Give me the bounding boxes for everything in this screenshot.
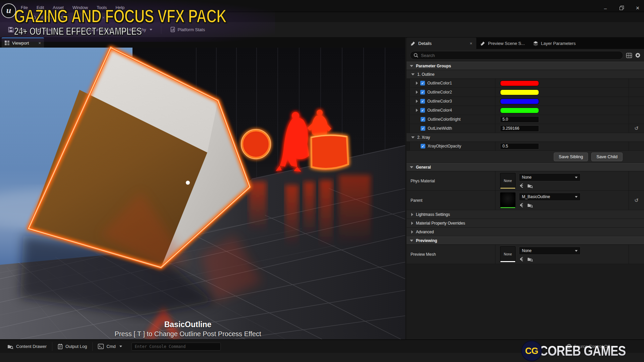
parameter-checkbox[interactable]: ✓ bbox=[421, 144, 425, 148]
reset-to-default-icon[interactable]: ↺ bbox=[634, 125, 639, 131]
parameter-row-xrayobjectopacity: ✓XrayObjectOpacity bbox=[407, 142, 644, 151]
expand-arrow-icon[interactable] bbox=[416, 100, 418, 103]
collapse-arrow-icon bbox=[411, 136, 415, 138]
parent-row: Parent M_BasicOutline ↺ bbox=[407, 191, 644, 210]
group-outline[interactable]: 1. Outline bbox=[407, 70, 644, 79]
group-xray[interactable]: 2. Xray bbox=[407, 133, 644, 142]
tab-details[interactable]: Details × bbox=[407, 38, 476, 49]
output-log-button[interactable]: Output Log bbox=[54, 340, 90, 353]
expand-arrow-icon[interactable] bbox=[416, 81, 418, 85]
expand-arrow-icon bbox=[411, 213, 413, 216]
parameter-checkbox[interactable]: ✓ bbox=[420, 90, 425, 95]
settings-gear-icon[interactable] bbox=[635, 53, 641, 58]
section-parameter-groups[interactable]: Parameter Groups bbox=[407, 62, 644, 70]
use-selected-asset-icon[interactable] bbox=[519, 256, 524, 262]
browse-to-asset-icon[interactable] bbox=[527, 257, 533, 262]
phys-material-dropdown[interactable]: None bbox=[519, 173, 581, 181]
console-command-box[interactable] bbox=[131, 343, 221, 351]
parameter-checkbox[interactable]: ✓ bbox=[421, 117, 425, 122]
expand-arrow-icon[interactable] bbox=[416, 90, 418, 94]
minimize-button[interactable]: – bbox=[602, 5, 609, 11]
thumbnail-underline bbox=[500, 261, 515, 262]
viewport-grid-icon bbox=[5, 41, 9, 45]
content-drawer-label: Content Drawer bbox=[16, 344, 47, 349]
parent-dropdown[interactable]: M_BasicOutline bbox=[519, 193, 581, 201]
color-swatch[interactable] bbox=[500, 108, 539, 113]
console-command-input[interactable] bbox=[135, 344, 217, 349]
color-swatch[interactable] bbox=[500, 99, 539, 104]
browse-to-asset-icon[interactable] bbox=[527, 183, 533, 188]
display-filter-icon[interactable] bbox=[626, 53, 632, 58]
platform-stats-button[interactable]: Platform Stats bbox=[167, 25, 209, 35]
search-box[interactable] bbox=[410, 51, 623, 60]
reset-cell bbox=[629, 142, 644, 150]
chevron-down-icon bbox=[150, 29, 152, 31]
phys-material-label: Phys Material bbox=[411, 179, 435, 183]
cmd-selector[interactable]: Cmd bbox=[95, 340, 125, 353]
color-swatch[interactable] bbox=[500, 80, 539, 86]
save-sibling-button[interactable]: Save Sibling bbox=[554, 153, 588, 161]
section-label: General bbox=[416, 165, 431, 170]
save-child-button[interactable]: Save Child bbox=[591, 153, 623, 161]
row-rail bbox=[407, 106, 410, 115]
viewport-tab-bar: Viewport × bbox=[0, 38, 405, 48]
unreal-logo-glyph: u bbox=[6, 5, 11, 15]
reset-cell bbox=[629, 106, 644, 115]
number-input[interactable] bbox=[500, 125, 539, 132]
viewport-tab[interactable]: Viewport × bbox=[2, 38, 44, 48]
parameter-checkbox[interactable]: ✓ bbox=[420, 81, 425, 85]
parameter-label: OutlineColor1 bbox=[427, 81, 452, 85]
tab-details-close-icon[interactable]: × bbox=[470, 41, 472, 46]
unreal-logo: u bbox=[1, 3, 16, 18]
scene-render bbox=[0, 48, 405, 339]
use-selected-asset-icon[interactable] bbox=[519, 202, 524, 208]
tab-layer-parameters[interactable]: Layer Parameters bbox=[529, 38, 580, 49]
parameter-checkbox[interactable]: ✓ bbox=[420, 108, 425, 113]
color-swatch[interactable] bbox=[500, 89, 539, 95]
row-rail bbox=[407, 142, 410, 150]
tab-preview-scene-label: Preview Scene S... bbox=[488, 41, 525, 46]
section-material-property-overrides[interactable]: Material Property Overrides bbox=[407, 219, 644, 228]
reset-to-default-icon[interactable]: ↺ bbox=[634, 197, 639, 203]
parameter-checkbox[interactable]: ✓ bbox=[420, 99, 425, 104]
details-panel: Details × Preview Scene S... Layer Param… bbox=[407, 38, 644, 339]
browse-to-asset-icon[interactable] bbox=[527, 203, 533, 208]
close-button[interactable]: × bbox=[634, 5, 641, 12]
statusbar-separator bbox=[52, 342, 52, 351]
section-previewing[interactable]: Previewing bbox=[407, 236, 644, 245]
parameter-row-outlinecolor4: ✓OutlineColor4 bbox=[407, 106, 644, 115]
number-input[interactable] bbox=[500, 143, 539, 149]
tab-preview-scene-settings[interactable]: Preview Scene S... bbox=[476, 38, 529, 49]
preview-mesh-label: Preview Mesh bbox=[411, 252, 436, 257]
platform-stats-icon bbox=[170, 27, 175, 33]
phys-material-thumbnail[interactable]: None bbox=[500, 173, 516, 189]
overlay-title: GAZING AND FOCUS VFX PACK bbox=[14, 7, 226, 25]
preview-mesh-dropdown[interactable]: None bbox=[519, 247, 581, 255]
unreal-editor-window: File Edit Asset Window Tools Help – × u … bbox=[0, 0, 644, 362]
viewport-tab-close-icon[interactable]: × bbox=[38, 41, 41, 46]
save-icon bbox=[8, 27, 14, 33]
content-drawer-button[interactable]: Content Drawer bbox=[4, 340, 50, 353]
expand-arrow-icon[interactable] bbox=[416, 109, 418, 112]
use-selected-asset-icon[interactable] bbox=[519, 183, 524, 188]
parameter-label: XrayObjectOpacity bbox=[428, 144, 461, 148]
cmd-label: Cmd bbox=[106, 344, 115, 349]
restore-button[interactable] bbox=[618, 5, 625, 11]
search-input[interactable] bbox=[421, 53, 620, 58]
parameter-row-outlinewidth: ✓OutLineWidth ↺ bbox=[407, 124, 644, 133]
parameter-checkbox[interactable]: ✓ bbox=[421, 126, 425, 131]
content-drawer-icon bbox=[7, 344, 13, 349]
row-rail bbox=[407, 97, 410, 106]
parent-thumbnail[interactable] bbox=[500, 192, 516, 208]
preview-mesh-thumbnail[interactable]: None bbox=[500, 246, 516, 262]
number-input[interactable] bbox=[500, 116, 539, 123]
thumbnail-underline bbox=[500, 207, 515, 208]
output-log-icon bbox=[58, 344, 63, 349]
section-advanced[interactable]: Advanced bbox=[407, 228, 644, 236]
section-general[interactable]: General bbox=[407, 163, 644, 171]
viewport-3d-scene[interactable] bbox=[0, 48, 405, 339]
layers-icon bbox=[533, 41, 538, 46]
reset-cell bbox=[629, 115, 644, 124]
row-rail bbox=[407, 115, 410, 124]
section-lightmass-settings[interactable]: Lightmass Settings bbox=[407, 210, 644, 219]
